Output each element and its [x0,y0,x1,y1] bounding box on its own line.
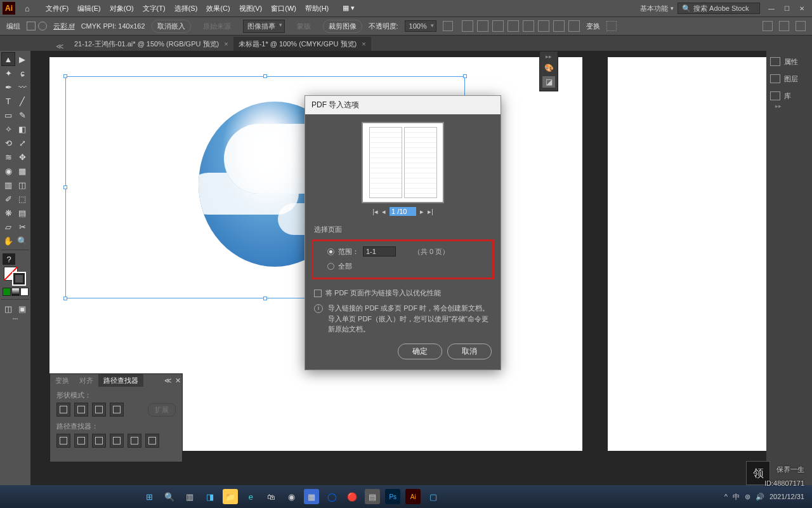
style-icon[interactable] [443,21,453,31]
app-icon-5[interactable]: ▢ [426,489,441,504]
layout-icon[interactable]: ▦ ▾ [339,2,358,15]
eyedropper-tool[interactable]: ✐ [1,192,15,206]
menu-type[interactable]: 文字(T) [139,2,169,15]
menu-edit[interactable]: 编辑(E) [74,2,105,15]
range-input[interactable] [363,246,396,257]
handle-tr[interactable] [463,74,467,78]
transform-label[interactable]: 变换 [586,22,600,31]
close-icon[interactable]: × [362,40,365,48]
menu-file[interactable]: 文件(F) [42,2,72,15]
panel-toggle-2[interactable] [779,21,789,31]
last-page-icon[interactable]: ▸| [428,208,433,216]
close-icon[interactable]: × [224,40,228,48]
outline-button[interactable] [128,434,141,448]
workspace-switcher[interactable]: 基本功能▾ [640,4,674,13]
panel-toggle-1[interactable] [763,21,773,31]
menu-view[interactable]: 视图(V) [235,2,266,15]
align-3[interactable] [492,20,504,32]
panel-toggle-3[interactable] [796,21,806,31]
properties-panel[interactable]: 属性 [766,53,812,70]
transform-icon[interactable] [606,21,617,31]
minimize-button[interactable]: — [764,3,779,14]
next-page-icon[interactable]: ▸ [420,208,424,216]
ime-icon[interactable]: 中 [733,492,740,502]
crop-pf-button[interactable] [110,434,124,448]
app-icon-2[interactable]: ◯ [324,489,339,504]
tab-doc1[interactable]: 21-12-王鸿伟-01.ai* @ 150% (RGB/GPU 预览)× [69,37,233,51]
app-icon-4[interactable]: ▤ [365,489,380,504]
libraries-panel[interactable]: 库 [766,88,812,104]
ok-button[interactable]: 确定 [398,344,442,359]
curvature-tool[interactable]: 〰 [15,80,29,94]
wifi-icon[interactable]: ⊚ [745,493,750,501]
minus-front-button[interactable] [74,403,88,417]
screen-mode[interactable]: ▣ [15,302,29,316]
tab-doc2[interactable]: 未标题-1* @ 100% (CMYK/GPU 预览)× [233,37,371,51]
tray-chevron-icon[interactable]: ^ [724,493,728,500]
trace-dropdown[interactable]: 图像描摹 [243,20,285,33]
trim-button[interactable] [74,434,88,448]
zoom-tool[interactable]: 🔍 [15,234,29,248]
align-5[interactable] [523,20,534,32]
width-tool[interactable]: ≋ [1,150,15,164]
menu-window[interactable]: 窗口(W) [267,2,300,15]
tab-transform[interactable]: 变换 [50,374,74,387]
handle-tl[interactable] [63,74,67,78]
direct-select-tool[interactable]: ▶ [15,52,29,66]
color-panel-icon[interactable]: 🎨 [542,62,555,74]
brush-tool[interactable]: ✎ [15,108,29,122]
align-1[interactable] [462,20,473,32]
volume-icon[interactable]: 🔊 [756,493,764,501]
selection-tool[interactable]: ▲ [1,52,15,66]
fill-toggle[interactable]: ? [3,253,15,265]
ai-icon[interactable]: Ai [405,489,421,504]
perspective-tool[interactable]: ▦ [15,164,29,178]
exclude-button[interactable] [110,403,124,417]
magic-wand-tool[interactable]: ✦ [1,66,15,80]
divide-button[interactable] [56,434,70,448]
edge-icon[interactable]: e [243,489,258,504]
gradient-mode[interactable] [11,288,20,296]
taskview-icon[interactable]: ▥ [182,489,197,504]
app-icon-3[interactable]: 🔴 [344,489,360,504]
slice-tool[interactable]: ✂ [15,220,29,234]
line-tool[interactable]: ╱ [15,94,29,108]
align-4[interactable] [508,20,519,32]
explorer-icon[interactable]: 📁 [223,489,238,504]
shaper-tool[interactable]: ✧ [1,122,15,136]
opacity-field[interactable]: 100% [405,20,436,32]
align-6[interactable] [538,20,549,32]
minus-back-button[interactable] [145,434,159,448]
home-icon[interactable]: ⌂ [19,2,36,15]
scale-tool[interactable]: ⤢ [15,136,29,150]
doc-list-icon[interactable]: ≪ [51,42,69,51]
panel-collapse-icon[interactable]: ≪ [164,377,172,385]
artboard-tool[interactable]: ▱ [1,220,15,234]
gradient-tool[interactable]: ◫ [15,178,29,192]
shape-builder-tool[interactable]: ◉ [1,164,15,178]
crop-button[interactable]: 裁剪图像 [323,20,362,33]
ps-icon[interactable]: Ps [385,489,400,504]
cancel-button[interactable]: 取消 [447,344,492,359]
first-page-icon[interactable]: |◂ [372,208,378,216]
search-stock[interactable]: 🔍搜索 Adobe Stock [678,3,760,14]
chrome-icon[interactable]: ◉ [284,489,299,504]
link-icon-2[interactable] [38,22,47,30]
rect-tool[interactable]: ▭ [1,108,15,122]
align-2[interactable] [477,20,488,32]
align-7[interactable] [553,20,565,32]
tab-pathfinder[interactable]: 路径查找器 [98,374,143,387]
handle-bm[interactable] [263,297,267,300]
range-radio[interactable] [327,248,334,255]
swatches-panel-icon[interactable]: ◪ [542,76,555,88]
menu-effect[interactable]: 效果(C) [202,2,233,15]
start-icon[interactable]: ⊞ [141,489,157,504]
cancel-embed-button[interactable]: 取消嵌入 [152,20,191,33]
merge-button[interactable] [92,434,106,448]
eraser-tool[interactable]: ◧ [15,122,29,136]
maximize-button[interactable]: ☐ [779,3,794,14]
free-transform-tool[interactable]: ✥ [15,150,29,164]
handle-tm[interactable] [263,74,267,78]
widgets-icon[interactable]: ◨ [202,489,218,504]
fill-stroke-swatch[interactable] [4,267,27,286]
